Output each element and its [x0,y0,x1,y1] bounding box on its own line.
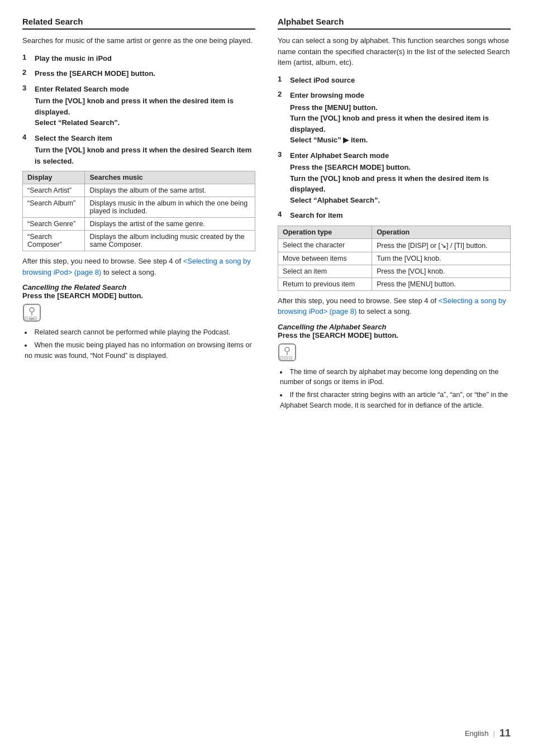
after-table-text: After this step, you need to browse. See… [22,256,255,277]
table-row: “Search Genre”Displays the artist of the… [23,218,255,231]
step-1-title: Play the music in iPod [35,54,112,63]
svg-point-6 [285,347,289,352]
right-cancel-title: Cancelling the Alphabet Search [278,323,387,331]
right-after-table-text: After this step, you need to browse. See… [278,295,511,317]
right-table-header-op-type: Operation type [278,226,372,238]
right-table-header-op: Operation [372,226,511,238]
right-step-1: 1 Select iPod source [278,75,511,86]
alphabet-search-intro: You can select a song by alphabet. This … [278,35,511,68]
note-2: When the music being played has no infor… [22,340,255,361]
cancel-body: Press the [SEARCH MODE] button. [22,291,143,300]
table-row: “Search Artist”Displays the album of the… [23,184,255,197]
related-search-title: Related Search [22,17,255,30]
step-1-num: 1 [22,53,32,61]
right-step-2: 2 Enter browsing mode Press the [MENU] b… [278,90,511,146]
right-step-2-num: 2 [278,90,288,98]
alphabet-search-title: Alphabet Search [278,17,511,30]
step-3-body: Turn the [VOL] knob and press it when th… [35,95,255,128]
step-4-title: Select the Search item [35,134,112,142]
right-step-3-num: 3 [278,150,288,159]
svg-text:⊟⊟⊟: ⊟⊟⊟ [24,315,37,321]
cancel-title: Cancelling the Related Search [22,283,126,291]
search-icon-related: ⊟⊟⊟ [22,303,255,324]
step-2-title: Press the [SEARCH MODE] button. [35,69,155,78]
svg-text:⊟⊟⊟: ⊟⊟⊟ [279,355,293,361]
table-header-searches-music: Searches music [85,171,255,184]
related-search-section: Related Search Searches for music of the… [22,17,255,413]
footer: English | 11 [465,728,511,739]
cancel-related-search: Cancelling the Related Search Press the … [22,283,255,300]
footer-separator: | [493,729,495,738]
right-step-2-body: Press the [MENU] button. Turn the [VOL] … [290,102,511,146]
step-2: 2 Press the [SEARCH MODE] button. [22,68,255,79]
right-cancel-body: Press the [SEARCH MODE] button. [278,331,398,339]
right-step-3-title: Enter Alphabet Search mode [290,151,389,160]
right-step-1-num: 1 [278,75,288,83]
related-search-intro: Searches for music of the same artist or… [22,35,255,46]
step-4-body: Turn the [VOL] knob and press it when th… [35,145,255,166]
right-note-1: The time of search by alphabet may becom… [278,367,511,388]
alphabet-search-table: Operation type Operation Select the char… [278,226,511,291]
table-row: “Search Composer”Displays the album incl… [23,231,255,251]
related-search-notes: Related search cannot be performed while… [22,327,255,361]
search-icon-alphabet: ⊟⊟⊟ [278,343,511,363]
right-step-1-title: Select iPod source [290,76,355,84]
table-row: Return to previous itemPress the [MENU] … [278,277,511,290]
right-step-4-num: 4 [278,210,288,218]
alphabet-search-notes: The time of search by alphabet may becom… [278,367,511,411]
right-note-2: If the first character string begins wit… [278,390,511,411]
related-search-table: Display Searches music “Search Artist”Di… [22,171,255,251]
footer-page: 11 [499,728,511,739]
svg-point-1 [30,308,34,312]
table-row: “Search Album”Displays music in the albu… [23,197,255,218]
step-2-num: 2 [22,68,32,76]
step-4-num: 4 [22,133,32,141]
step-1: 1 Play the music in iPod [22,53,255,64]
step-3: 3 Enter Related Search mode Turn the [VO… [22,84,255,128]
note-1: Related search cannot be performed while… [22,327,255,338]
table-header-display: Display [23,171,85,184]
right-step-3-body: Press the [SEARCH MODE] button. Turn the… [290,162,511,205]
right-step-3: 3 Enter Alphabet Search mode Press the [… [278,150,511,206]
table-row: Select an itemPress the [VOL] knob. [278,265,511,277]
footer-language: English [465,729,489,738]
step-4: 4 Select the Search item Turn the [VOL] … [22,133,255,167]
cancel-alphabet-search: Cancelling the Alphabet Search Press the… [278,323,511,339]
table-row: Select the characterPress the [DISP] or … [278,238,511,252]
alphabet-search-section: Alphabet Search You can select a song by… [278,17,511,413]
step-3-title: Enter Related Search mode [35,85,129,93]
table-row: Move between itemsTurn the [VOL] knob. [278,252,511,265]
right-step-2-title: Enter browsing mode [290,91,364,99]
right-step-4: 4 Search for item [278,210,511,221]
step-3-num: 3 [22,84,32,92]
right-step-4-title: Search for item [290,211,343,219]
